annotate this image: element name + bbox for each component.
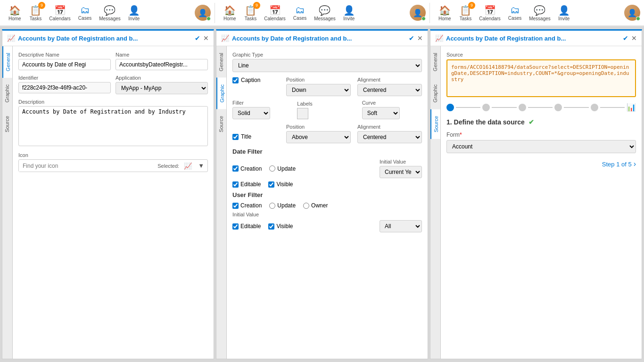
initial-value-date-select[interactable]: Current Ye xyxy=(380,166,422,178)
messages-icon-3: 💬 xyxy=(534,5,545,16)
avatar-2[interactable]: 👤 xyxy=(410,5,426,21)
panel-3: 📈 Accounts by Date of Registration and b… xyxy=(430,29,642,359)
caption-checkbox[interactable] xyxy=(232,77,239,83)
form-select[interactable]: Account Contact Lead xyxy=(446,140,636,153)
panel-1-header: 📈 Accounts by Date of Registration and b… xyxy=(2,31,214,46)
step-nav[interactable]: Step 1 of 5 › xyxy=(446,160,636,168)
descriptive-name-input[interactable] xyxy=(18,59,111,70)
filler-select[interactable]: SolidNone xyxy=(232,107,270,119)
nav-invite-2[interactable]: 👤 Invite xyxy=(339,3,359,23)
date-visible-checkbox[interactable] xyxy=(268,181,274,188)
date-creation-checkbox[interactable] xyxy=(232,165,239,172)
identifier-label: Identifier xyxy=(18,75,111,81)
nav-tasks-1[interactable]: 📋 9 Tasks xyxy=(26,3,46,23)
date-visible-label: Visible xyxy=(276,181,293,188)
nav-cases-2[interactable]: 🗂 Cases xyxy=(289,3,310,23)
panel-3-close[interactable]: ✕ xyxy=(631,34,637,42)
identifier-input[interactable] xyxy=(18,82,111,93)
tab-source-2[interactable]: Source xyxy=(216,109,226,139)
nav-home-2[interactable]: 🏠 Home xyxy=(219,3,241,23)
title-checkbox[interactable] xyxy=(232,134,239,140)
invite-icon: 👤 xyxy=(128,5,140,16)
user-filter-section: User Filter Creation Update Owner xyxy=(232,191,422,232)
user-creation-label: Creation xyxy=(240,202,262,209)
step-dot-3[interactable] xyxy=(519,104,526,111)
user-creation-checkbox[interactable] xyxy=(232,203,239,209)
date-editable-checkbox[interactable] xyxy=(232,181,239,188)
nav-home-1[interactable]: 🏠 Home xyxy=(4,3,26,23)
graphic-type-group: Graphic Type Line Bar Pie Area xyxy=(232,52,422,72)
user-visible-label: Visible xyxy=(276,223,293,230)
user-visible-checkbox[interactable] xyxy=(268,223,274,230)
step-dot-5[interactable] xyxy=(591,104,598,111)
online-dot-3 xyxy=(636,16,640,21)
curve-label: Curve xyxy=(362,100,422,106)
panel-2-title: Accounts by Date of Registration and b..… xyxy=(232,35,409,42)
name-label: Name xyxy=(116,52,208,58)
invite-icon-3: 👤 xyxy=(558,5,570,16)
tab-graphic-2[interactable]: Graphic xyxy=(216,78,226,109)
nav-invite-1[interactable]: 👤 Invite xyxy=(124,3,144,23)
curve-select[interactable]: SoftHard xyxy=(362,107,400,119)
tab-graphic-1[interactable]: Graphic xyxy=(2,78,12,109)
panel-1-content: Descriptive Name Name Identifier Applica… xyxy=(13,46,214,359)
caption-position-select[interactable]: DownUp xyxy=(286,84,351,96)
nav-messages-3[interactable]: 💬 Messages xyxy=(525,3,554,23)
step-dot-4[interactable] xyxy=(554,104,562,111)
labels-color-box[interactable] xyxy=(297,108,308,119)
panel-3-content: Source forms/ACCO1614188794/dataSource?s… xyxy=(441,46,642,359)
application-select[interactable]: MyApp - MyApp xyxy=(116,82,208,94)
user-owner-radio[interactable] xyxy=(303,203,309,209)
graphic-type-select[interactable]: Line Bar Pie Area xyxy=(232,59,422,72)
nav-cases-3[interactable]: 🗂 Cases xyxy=(504,3,525,23)
tab-graphic-3[interactable]: Graphic xyxy=(430,78,440,109)
panel-2-confirm[interactable]: ✔ xyxy=(409,34,414,42)
description-textarea[interactable] xyxy=(18,106,208,146)
tab-general-1[interactable]: General xyxy=(2,46,12,78)
nav-cases-1[interactable]: 🗂 Cases xyxy=(74,3,95,23)
user-update-label: Update xyxy=(277,202,296,209)
nav-calendars-2[interactable]: 📅 Calendars xyxy=(260,3,289,23)
panel-1-confirm[interactable]: ✔ xyxy=(195,34,200,42)
tab-general-2[interactable]: General xyxy=(216,46,226,78)
avatar-1[interactable]: 👤 xyxy=(195,5,211,21)
avatar-3[interactable]: 👤 xyxy=(624,5,640,21)
title-alignment-select[interactable]: CenteredLeft xyxy=(357,131,422,143)
icon-selected-label: Selected: xyxy=(156,161,181,171)
tab-general-3[interactable]: General xyxy=(430,46,440,78)
tasks-badge-2: 9 xyxy=(253,2,260,9)
caption-alignment-select[interactable]: CenteredLeft xyxy=(357,84,422,96)
step-line-2 xyxy=(492,107,516,108)
nav-calendars-3[interactable]: 📅 Calendars xyxy=(475,3,504,23)
icon-search-input[interactable] xyxy=(19,160,156,172)
nav-calendars-1[interactable]: 📅 Calendars xyxy=(45,3,74,23)
title-position-select[interactable]: AboveBelow xyxy=(286,131,351,143)
nav-tasks-2[interactable]: 📋 9 Tasks xyxy=(241,3,261,23)
application-label: Application xyxy=(116,75,208,81)
step-dot-2[interactable] xyxy=(482,104,490,111)
tab-source-1[interactable]: Source xyxy=(2,109,12,139)
nav-tasks-3[interactable]: 📋 9 Tasks xyxy=(456,3,476,23)
name-input[interactable] xyxy=(116,59,208,70)
caption-label: Caption xyxy=(241,77,260,83)
panel-3-confirm[interactable]: ✔ xyxy=(623,34,628,42)
alignment-label-2: Alignment xyxy=(357,124,422,130)
panel-2-close[interactable]: ✕ xyxy=(417,34,423,42)
chart-icon-3: 📈 xyxy=(435,34,443,42)
panel-1-close[interactable]: ✕ xyxy=(203,34,209,42)
nav-messages-2[interactable]: 💬 Messages xyxy=(310,3,339,23)
step-next-icon[interactable]: › xyxy=(634,160,636,168)
nav-invite-3[interactable]: 👤 Invite xyxy=(554,3,574,23)
icon-dropdown-arrow[interactable]: ▼ xyxy=(195,160,207,172)
nav-messages-1[interactable]: 💬 Messages xyxy=(95,3,124,23)
step-dot-1[interactable] xyxy=(446,104,454,111)
chart-icon-1: 📈 xyxy=(7,34,15,42)
nav-home-3[interactable]: 🏠 Home xyxy=(434,3,456,23)
tab-source-3[interactable]: Source xyxy=(430,109,440,139)
user-update-radio[interactable] xyxy=(269,203,275,209)
user-editable-checkbox[interactable] xyxy=(232,223,239,230)
descriptive-name-label: Descriptive Name xyxy=(18,52,111,58)
form-label: Form* xyxy=(446,132,636,138)
initial-value-user-select[interactable]: All xyxy=(380,220,422,232)
date-update-radio[interactable] xyxy=(269,165,275,172)
